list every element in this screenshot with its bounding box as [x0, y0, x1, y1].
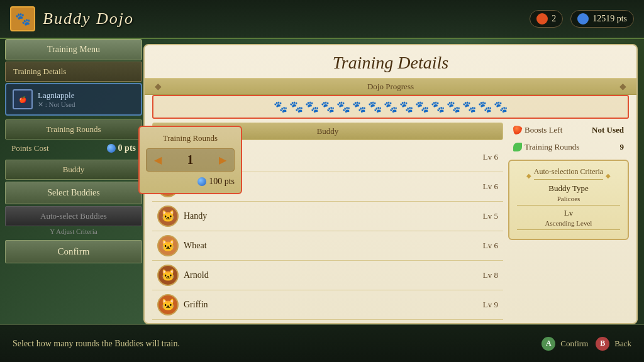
criteria-type-value: Palicoes	[517, 195, 620, 206]
paw-9: 🐾	[399, 100, 413, 114]
paw-8: 🐾	[384, 100, 397, 114]
b-button-icon: B	[596, 337, 609, 351]
boosts-left-row: Boosts Left Not Used	[508, 123, 629, 138]
buddy-level-arnold: Lv 8	[483, 270, 498, 280]
popup-value: 1	[187, 153, 194, 167]
points-value: 12519 pts	[592, 14, 627, 24]
training-rounds-info-value: 9	[620, 142, 625, 152]
points-cost-value: 0 pts	[107, 143, 136, 153]
page-title: Buddy Dojo	[43, 9, 134, 28]
paw-7: 🐾	[368, 100, 382, 114]
confirm-button[interactable]: Confirm	[5, 240, 142, 263]
buddy-name-handy: Handy	[184, 211, 478, 221]
points-cost-label: Points Cost	[11, 143, 49, 153]
confirm-action[interactable]: A Confirm	[541, 337, 588, 351]
buddy-level-helga: Lv 6	[483, 182, 498, 192]
auto-criteria-box: ◆ Auto-selection Criteria ◆ Buddy Type P…	[508, 160, 629, 240]
paw-6: 🐾	[352, 100, 366, 114]
boosts-left-label: Boosts Left	[513, 125, 562, 135]
training-rounds-popup: Training Rounds ◀ 1 ▶ 100 pts	[138, 126, 242, 194]
popup-gem-icon	[197, 177, 206, 186]
dojo-progress-label: Dojo Progress	[162, 82, 619, 92]
criteria-lv-label: Lv	[517, 208, 620, 218]
auto-select-buddies-button: Auto-select Buddies	[5, 206, 142, 226]
dojo-progress-bar: ◆ Dojo Progress ◆	[145, 78, 636, 95]
blue-gem-icon	[107, 144, 116, 153]
training-rounds-info-label: Training Rounds	[513, 142, 579, 152]
decrement-arrow[interactable]: ◀	[154, 154, 162, 166]
currency-display: 2 12519 pts	[530, 10, 634, 28]
paw-14: 🐾	[478, 100, 492, 114]
lagniapple-box: 🍎 Lagniapple ✕ : Not Used	[5, 83, 142, 116]
select-buddies-button[interactable]: Select Buddies	[5, 182, 142, 204]
paw-10: 🐾	[415, 100, 429, 114]
criteria-title: Auto-selection Criteria	[534, 167, 603, 180]
bottom-buttons: A Confirm B Back	[541, 337, 631, 351]
training-menu-tab[interactable]: Training Menu	[5, 39, 142, 60]
training-rounds-info-row: Training Rounds 9	[508, 140, 629, 155]
currency-points: 12519 pts	[570, 10, 634, 28]
boosts-left-value: Not Used	[592, 125, 624, 135]
buddy-row-griffin: 🐱 Griffin Lv 9	[152, 290, 503, 320]
buddy-level-griffin: Lv 9	[483, 300, 498, 310]
confirm-action-label: Confirm	[560, 338, 588, 348]
paw-12: 🐾	[447, 100, 460, 114]
criteria-title-wrapper: ◆ Auto-selection Criteria ◆	[517, 167, 620, 184]
boosts-section: Boosts Left Not Used Training Rounds 9 ◆…	[503, 123, 629, 320]
criteria-type-label: Buddy Type	[517, 184, 620, 194]
training-details-item[interactable]: Training Details	[5, 62, 142, 82]
buddy-row-arnold: 🐱 Arnold Lv 8	[152, 261, 503, 290]
buddy-section-header: Buddy	[5, 160, 142, 180]
lagniapple-status: ✕ : Not Used	[38, 101, 75, 109]
points-cost-row: Points Cost 0 pts	[5, 141, 142, 156]
criteria-lv-value: Ascending Level	[517, 219, 620, 230]
flame-value: 2	[552, 14, 556, 24]
progress-left-arrow: ◆	[155, 81, 162, 92]
game-logo-icon: 🐾	[10, 6, 35, 31]
back-action[interactable]: B Back	[596, 337, 631, 351]
top-bar: 🐾 Buddy Dojo 2 12519 pts	[0, 0, 644, 39]
buddy-row-handy: 🐱 Handy Lv 5	[152, 202, 503, 231]
popup-title: Training Rounds	[146, 133, 235, 143]
a-button-icon: A	[541, 337, 555, 351]
buddy-level-handy: Lv 5	[483, 211, 498, 221]
buddy-avatar-griffin: 🐱	[157, 294, 179, 315]
left-panel: Training Menu Training Details 🍎 Lagniap…	[5, 39, 142, 324]
adjust-criteria-hint: Y Adjust Criteria	[5, 228, 142, 235]
paw-15: 🐾	[494, 100, 508, 114]
main-panel-title: Training Details	[145, 45, 636, 78]
buddy-avatar-arnold: 🐱	[157, 265, 179, 286]
fire-icon	[513, 126, 522, 134]
buddy-avatar-wheat: 🐱	[157, 235, 179, 256]
paw-4: 🐾	[321, 100, 335, 114]
currency-flame: 2	[530, 10, 563, 28]
lagniapple-info: Lagniapple ✕ : Not Used	[38, 90, 75, 109]
paw-2: 🐾	[289, 100, 303, 114]
progress-right-arrow: ◆	[619, 81, 626, 92]
gem-icon	[577, 13, 589, 25]
buddy-name-wheat: Wheat	[184, 241, 478, 251]
leaf-icon	[513, 143, 522, 151]
buddy-level-wheat: Lv 6	[483, 241, 498, 251]
buddy-name-arnold: Arnold	[184, 270, 478, 280]
buddy-level-snaggle: Lv 6	[483, 152, 498, 162]
bottom-bar: Select how many rounds the Buddies will …	[0, 324, 644, 362]
increment-arrow[interactable]: ▶	[219, 154, 226, 166]
diamond-right-icon: ◆	[606, 172, 611, 179]
buddy-name-griffin: Griffin	[184, 300, 478, 310]
paw-13: 🐾	[462, 100, 476, 114]
buddy-avatar-handy: 🐱	[157, 206, 179, 227]
paw-11: 🐾	[431, 100, 445, 114]
lagniapple-icon: 🍎	[13, 89, 33, 109]
paw-3: 🐾	[305, 100, 319, 114]
back-action-label: Back	[614, 338, 631, 348]
training-rounds-section-header: Training Rounds	[5, 119, 142, 140]
diamond-left-icon: ◆	[526, 172, 531, 179]
popup-cost: 100 pts	[146, 177, 235, 187]
paw-1: 🐾	[274, 100, 287, 114]
lagniapple-label: Lagniapple	[38, 90, 75, 101]
popup-cost-value: 100 pts	[209, 177, 235, 187]
popup-counter: ◀ 1 ▶	[146, 148, 235, 172]
progress-icons-row: 🐾 🐾 🐾 🐾 🐾 🐾 🐾 🐾 🐾 🐾 🐾 🐾 🐾 🐾 🐾	[152, 95, 629, 119]
hint-text: Select how many rounds the Buddies will …	[13, 339, 541, 349]
